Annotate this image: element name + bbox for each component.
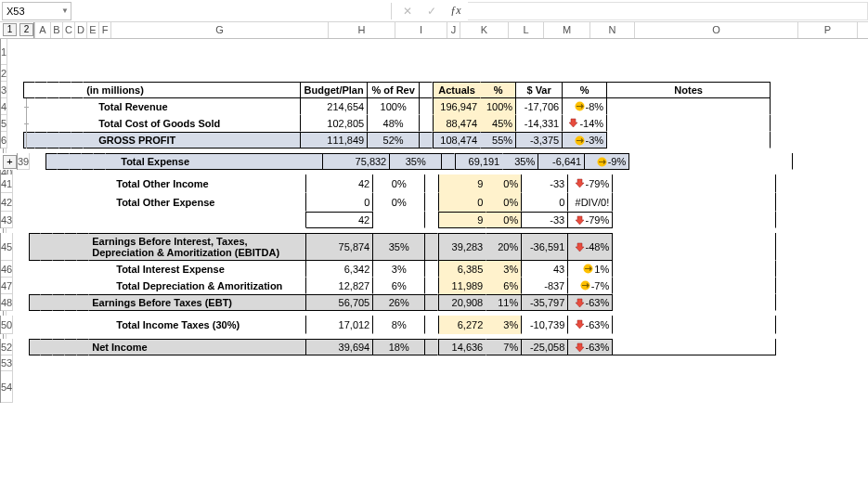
outline-expand-button[interactable]: + — [3, 155, 17, 169]
cell[interactable] — [425, 278, 438, 294]
cell[interactable] — [425, 316, 438, 334]
cell-var-pct[interactable]: -14% — [563, 115, 607, 132]
cell[interactable] — [771, 82, 830, 98]
cell[interactable] — [41, 371, 53, 403]
row-label[interactable]: Total Other Expense — [89, 193, 306, 212]
cell[interactable] — [793, 153, 852, 170]
cell[interactable] — [776, 339, 836, 355]
row-header[interactable]: 53 — [1, 355, 13, 371]
cell[interactable] — [771, 132, 830, 149]
cell[interactable] — [13, 233, 29, 261]
cell-actual-pct[interactable]: 0% — [486, 212, 522, 228]
col-header[interactable]: C — [63, 22, 75, 38]
cell[interactable] — [84, 65, 301, 82]
cell-actual-pct[interactable]: 45% — [481, 115, 516, 132]
cell-var-pct[interactable]: -8% — [563, 98, 607, 115]
cell[interactable] — [77, 294, 89, 311]
cell[interactable] — [47, 98, 59, 115]
cell[interactable] — [29, 193, 41, 212]
cell[interactable] — [425, 371, 438, 403]
cell[interactable] — [29, 316, 41, 334]
cell-budget[interactable]: 6,342 — [306, 261, 373, 278]
cell[interactable] — [58, 153, 70, 170]
row-header[interactable]: 47 — [1, 278, 13, 294]
cell-var[interactable]: -25,058 — [522, 339, 568, 355]
cell[interactable] — [306, 355, 373, 371]
row-header[interactable]: 43 — [1, 212, 13, 228]
cell[interactable] — [771, 39, 830, 65]
cell[interactable] — [568, 371, 613, 403]
cell[interactable] — [836, 355, 868, 371]
cell[interactable] — [563, 39, 607, 65]
cell[interactable] — [776, 316, 836, 334]
cell[interactable] — [373, 371, 425, 403]
cell[interactable] — [373, 212, 425, 228]
cell-actual[interactable]: 20,908 — [438, 294, 486, 311]
cell-actual[interactable]: 69,191 — [455, 153, 503, 170]
cell[interactable] — [23, 65, 35, 82]
cell[interactable] — [30, 153, 45, 170]
cell-notes[interactable] — [607, 132, 771, 149]
row-label[interactable]: Earnings Before Interest, Taxes, Depreci… — [89, 233, 306, 261]
cell[interactable] — [53, 212, 65, 228]
cell[interactable] — [35, 132, 47, 149]
cell-var[interactable]: -14,331 — [516, 115, 563, 132]
cell[interactable] — [420, 65, 433, 82]
cell-var-pct[interactable]: -9% — [585, 153, 629, 170]
cell[interactable] — [47, 65, 59, 82]
cell-var-pct[interactable]: -48% — [568, 233, 613, 261]
col-header[interactable]: G — [111, 22, 329, 38]
cell[interactable] — [53, 174, 65, 193]
cell-actual-pct[interactable]: 3% — [486, 316, 522, 334]
col-header[interactable]: P — [798, 22, 858, 38]
cell-var-pct[interactable]: -63% — [568, 339, 613, 355]
cell-budget[interactable]: 12,827 — [306, 278, 373, 294]
cell[interactable] — [77, 261, 89, 278]
header-budget[interactable]: Budget/Plan — [301, 82, 368, 98]
cell[interactable] — [836, 278, 868, 294]
cell[interactable] — [438, 355, 486, 371]
cell[interactable] — [71, 82, 84, 98]
cell[interactable] — [301, 39, 368, 65]
cell[interactable] — [13, 193, 29, 212]
cell[interactable] — [613, 371, 776, 403]
cell-var-pct[interactable]: 1% — [568, 261, 613, 278]
cell[interactable] — [35, 82, 47, 98]
row-header[interactable]: 39 — [18, 153, 30, 170]
row-header[interactable]: 50 — [1, 316, 13, 334]
cell[interactable] — [77, 193, 89, 212]
cell[interactable] — [53, 233, 65, 261]
cell[interactable] — [425, 339, 438, 355]
cell[interactable] — [41, 233, 53, 261]
cell[interactable] — [59, 65, 71, 82]
col-header[interactable]: H — [329, 22, 395, 38]
cell[interactable] — [47, 82, 59, 98]
cell[interactable] — [89, 355, 306, 371]
cell[interactable] — [776, 261, 836, 278]
cell[interactable] — [23, 82, 35, 98]
col-header[interactable]: A — [35, 22, 51, 38]
cell[interactable] — [7, 82, 23, 98]
cell[interactable] — [35, 65, 47, 82]
cell[interactable] — [13, 174, 29, 193]
cell[interactable] — [65, 355, 77, 371]
cell[interactable] — [41, 261, 53, 278]
cell-pct-rev[interactable]: 0% — [373, 193, 425, 212]
cell[interactable] — [368, 65, 420, 82]
cell[interactable] — [836, 233, 868, 261]
row-header[interactable]: 42 — [1, 193, 13, 212]
header-pct[interactable]: % — [481, 82, 516, 98]
row-header[interactable]: 4 — [1, 98, 7, 115]
cell[interactable] — [13, 355, 29, 371]
cell-notes[interactable] — [613, 174, 776, 193]
cell[interactable] — [29, 174, 41, 193]
cell[interactable] — [29, 339, 41, 355]
cell[interactable] — [47, 115, 59, 132]
cell-budget[interactable]: 102,805 — [301, 115, 368, 132]
cell[interactable] — [41, 316, 53, 334]
cell-actual-pct[interactable]: 3% — [486, 261, 522, 278]
cell[interactable] — [433, 39, 481, 65]
cell[interactable] — [836, 371, 868, 403]
cell-actual[interactable]: 6,272 — [438, 316, 486, 334]
row-label[interactable]: Total Other Income — [89, 174, 306, 193]
